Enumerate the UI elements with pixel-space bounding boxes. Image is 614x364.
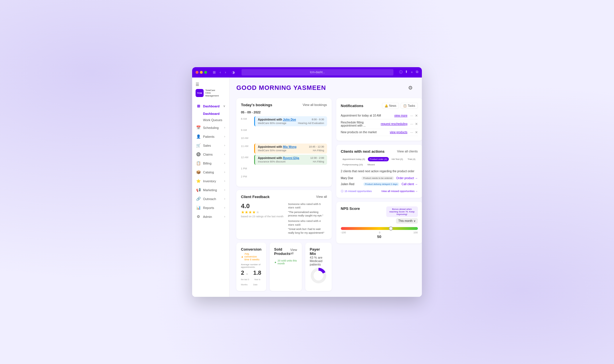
feedback-header: Client Feedback View all <box>241 195 327 199</box>
sidebar-sub-workqueues[interactable]: Work Queues <box>192 117 229 123</box>
dot-green[interactable] <box>204 71 207 74</box>
sidebar-item-claims[interactable]: 🔘 Claims › <box>192 150 229 159</box>
notif-close-2[interactable]: ✕ <box>415 122 418 126</box>
left-column: Today's bookings View all bookings 05 - … <box>236 98 332 291</box>
time-slot-10am: 10 AM <box>241 135 327 142</box>
payer-mix-chart <box>310 268 327 283</box>
missed-link[interactable]: View all missed opportunities → <box>381 190 418 193</box>
missed-row: ⓘ 15 missed opportunities View all misse… <box>341 189 418 193</box>
sidebar-item-inventory[interactable]: ⭐ Inventory › <box>192 177 229 185</box>
dot-yellow[interactable] <box>200 71 203 74</box>
sidebar-item-outreach[interactable]: 🔗 Outreach › <box>192 194 229 203</box>
browser-theme-btn[interactable]: ◑ <box>231 70 236 75</box>
client-action-label-2: Call client <box>401 183 414 186</box>
metric-ytd-sub: Year to Date <box>253 278 260 286</box>
appt-sub-3: Insurance 80% discount HA Fitting <box>258 160 324 163</box>
tab-tasks[interactable]: 📋 Tasks <box>401 103 418 109</box>
appointment-mia-wong[interactable]: Appointment with Mia Wong 10:45 - 12:30 … <box>254 144 327 154</box>
timeline: 8 AM Appointment with John Doe 8:00 - 9:… <box>241 116 327 181</box>
patient-link-john[interactable]: John Doe <box>283 118 296 121</box>
patient-link-ruyeni[interactable]: Ruyeni Elija <box>283 156 299 160</box>
browser-address[interactable]: tcm-dasht... <box>242 69 393 75</box>
booking-date: 05 - 09 - 2022 <box>241 111 327 114</box>
sidebar-sub-dashboard[interactable]: Dashboard <box>192 111 229 117</box>
browser-actions: ⓘ ⬆ ＋ ⧉ <box>399 70 418 75</box>
sidebar-item-billing[interactable]: 📋 Billing › <box>192 159 229 168</box>
star-rating: ★★★★★ <box>241 210 283 214</box>
client-action-2[interactable]: Call client → <box>401 183 418 186</box>
claims-icon: 🔘 <box>196 152 201 156</box>
sidebar-item-marketing[interactable]: 📢 Marketing › <box>192 185 229 194</box>
time-slot-8am: 8 AM Appointment with John Doe 8:00 - 9:… <box>241 116 327 126</box>
time-slot-2pm: 2 PM <box>241 174 327 181</box>
appointment-ruyeni[interactable]: Appointment with Ruyeni Elija 12:30 - 2:… <box>254 155 327 165</box>
notif-close-1[interactable]: ✕ <box>415 114 418 118</box>
tab-trial[interactable]: Trial (4) <box>406 157 417 161</box>
settings-button[interactable]: ⚙ <box>406 83 415 92</box>
notif-link-2[interactable]: request rescheduling <box>381 122 408 125</box>
notif-dots-3[interactable]: ··· <box>410 130 413 134</box>
client-action-1[interactable]: Order product → <box>396 177 418 180</box>
browser-forward-btn[interactable]: › <box>224 70 227 75</box>
appt-title-2: Appointment with Mia Wong <box>258 145 296 148</box>
notif-dots-1[interactable]: ··· <box>410 114 413 118</box>
tasks-icon: 📋 <box>403 104 407 107</box>
browser-back-btn[interactable]: ‹ <box>219 70 222 75</box>
appt-sub-2: MediCare 50% coverage HA Fitting <box>258 149 324 152</box>
browser-new-tab-btn[interactable]: ＋ <box>410 70 414 75</box>
bookings-header: Today's bookings View all bookings <box>241 103 327 107</box>
clients-view-all-link[interactable]: View all clients <box>397 150 418 153</box>
notif-link-3[interactable]: view products <box>390 131 407 134</box>
logo-icon: TCM <box>196 89 204 97</box>
time-slot-1pm: 1 PM <box>241 166 327 173</box>
sidebar-item-label-reports: Reports <box>203 206 214 210</box>
sidebar-item-reports[interactable]: 📊 Reports › <box>192 203 229 212</box>
metric-ytd-value: 1.8 <box>253 270 261 276</box>
tab-news[interactable]: 🔔 News <box>382 103 399 109</box>
tab-appointment[interactable]: Appointment today (0) <box>341 157 367 161</box>
chevron-right-icon5: › <box>224 162 225 165</box>
tab-missed[interactable]: Missed <box>366 162 376 167</box>
view-all-bookings-link[interactable]: View all bookings <box>303 103 327 107</box>
sidebar-item-patients[interactable]: 👤 Patients › <box>192 132 229 141</box>
sidebar-item-admin[interactable]: ⚙ Admin › <box>192 212 229 221</box>
sidebar-item-dashboard[interactable]: ⊞ Dashboard ∨ <box>192 102 229 111</box>
sold-products-view-all[interactable]: View all <box>290 248 297 255</box>
nps-min-label: -100 <box>341 231 346 234</box>
notif-close-3[interactable]: ✕ <box>415 130 418 134</box>
clients-title: Clients with next actions <box>341 149 385 154</box>
sidebar-item-catalog[interactable]: 📦 Catalog › <box>192 168 229 177</box>
sidebar-item-label-catalog: Catalog <box>203 171 214 174</box>
sidebar-item-scheduling[interactable]: 📅 Scheduling › <box>192 123 229 132</box>
chevron-right-icon4: › <box>224 153 225 156</box>
feedback-view-all-link[interactable]: View all <box>316 195 327 198</box>
browser-share-btn[interactable]: ⬆ <box>405 70 408 75</box>
appointment-john-doe[interactable]: Appointment with John Doe 8:00 - 9:30 Me… <box>254 116 327 126</box>
client-badge-2: Product delivery delayed 2 days <box>363 182 399 186</box>
sidebar-item-label-claims: Claims <box>203 153 213 156</box>
dot-red[interactable] <box>196 71 198 74</box>
browser-grid-btn[interactable]: ⊞ <box>212 70 217 75</box>
tab-ha-test[interactable]: HA Test (0) <box>390 157 405 161</box>
hamburger-menu[interactable]: ☰ <box>192 82 229 89</box>
tab-product-order[interactable]: Product order (2) <box>368 157 389 161</box>
sidebar-logo: TCM TotalCare Clinic Management <box>192 89 229 102</box>
notif-row-2: Reschedule fitting appointment with ... … <box>341 119 418 129</box>
browser-copy-btn[interactable]: ⧉ <box>416 70 418 75</box>
nps-filter-button[interactable]: This month ∨ <box>396 218 418 224</box>
clients-card: Clients with next actions View all clien… <box>336 145 422 198</box>
chevron-down-icon: ∨ <box>223 104 225 108</box>
missed-count: 15 missed opportunities <box>345 190 372 193</box>
sidebar-item-sales[interactable]: 🛒 Sales › <box>192 141 229 150</box>
time-label-9am: 9 AM <box>241 127 250 131</box>
patient-link-mia[interactable]: Mia Wong <box>283 145 296 148</box>
nps-max-label: 100 <box>413 231 418 234</box>
nps-labels: -100 0 100 <box>341 231 418 234</box>
nps-bar <box>341 227 418 230</box>
time-slot-12am: 12 AM Appointment with Ruyeni Elija 12:3… <box>241 155 327 165</box>
notif-dots-2[interactable]: ··· <box>410 122 413 126</box>
notif-link-1[interactable]: view more <box>394 114 408 117</box>
tab-postprocessing[interactable]: Postprocessing (10) <box>341 162 365 167</box>
browser-info-btn[interactable]: ⓘ <box>399 70 403 75</box>
client-row-1: Mary Doe Product needs to be ordered Ord… <box>341 175 418 181</box>
